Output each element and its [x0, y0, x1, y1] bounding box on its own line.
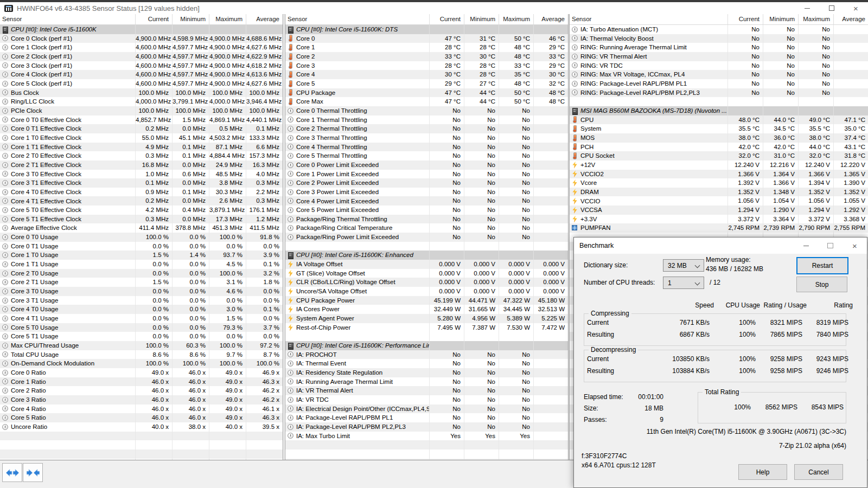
sensor-row[interactable]: IA: Thermal EventNoNoNo — [285, 359, 568, 368]
restore-button[interactable] — [819, 2, 844, 14]
sensor-row[interactable]: Core 1 T1 Usage0.0 %0.0 %4.5 %0.1 % — [0, 260, 283, 269]
sensor-row[interactable]: DRAM1.352 V1.348 V1.352 V1.352 V — [570, 188, 868, 197]
sensor-row[interactable]: VCCIO21.366 V1.364 V1.366 V1.365 V — [570, 170, 868, 179]
sensor-row[interactable]: System Agent Power5.280 W4.956 W5.389 W5… — [285, 314, 568, 323]
sensor-row[interactable]: Core 2 T1 Effective Clock16.8 MHz0.0 MHz… — [0, 160, 283, 170]
sensor-row[interactable]: Core 4 Thermal ThrottlingNoNoNo — [285, 143, 568, 152]
sensor-row[interactable]: Package/Ring Critical TemperatureNoNoNo — [285, 223, 568, 233]
sensor-row[interactable]: Core 2 T0 Effective Clock0.3 MHz0.1 MHz4… — [0, 151, 283, 160]
sensor-row[interactable]: IA: VR Thermal AlertNoNoNo — [285, 386, 568, 395]
sensor-row[interactable]: PCH42.0 °C42.0 °C44.0 °C43.1 °C — [570, 143, 868, 152]
sensor-row[interactable]: Core 2 T0 Usage0.0 %0.0 %100.0 %3.2 % — [0, 269, 283, 278]
sensor-row[interactable]: Core 0 Power Limit ExceededNoNoNo — [285, 160, 568, 170]
help-button[interactable]: Help — [738, 464, 787, 480]
sensor-row[interactable]: Core 233 °C30 °C48 °C33 °C — [285, 52, 568, 61]
sensor-row[interactable]: Core 3 T0 Effective Clock1.0 MHz0.6 MHz4… — [0, 170, 283, 179]
sensor-row[interactable]: Core 0 T1 Usage0.0 %0.0 %0.0 %0.0 % — [0, 242, 283, 251]
restart-button[interactable]: Restart — [796, 257, 848, 274]
section-row[interactable]: CPU [#0]: Intel Core i5-11600K: Performa… — [285, 341, 568, 350]
sensor-row[interactable]: Core 3 Power Limit ExceededNoNoNo — [285, 188, 568, 197]
sensor-row[interactable]: System35.5 °C34.5 °C35.5 °C35.0 °C — [570, 124, 868, 133]
sensor-row[interactable]: PUMPFAN2,745 RPM2,739 RPM2,790 RPM2,755 … — [570, 223, 868, 233]
sensor-row[interactable]: Ring/LLC Clock4,000.0 MHz3,799.1 MHz4,00… — [0, 97, 283, 106]
sensor-row[interactable]: MOS38.0 °C36.0 °C38.0 °C37.4 °C — [570, 133, 868, 143]
sensor-row[interactable]: IA: Package-Level RAPL/PBM PL1NoNoNo — [285, 413, 568, 422]
benchmark-maximize-button[interactable] — [818, 237, 843, 254]
sensor-row[interactable]: Core 4 T1 Effective Clock0.2 MHz0.0 MHz2… — [0, 196, 283, 206]
sensor-row[interactable]: Core Max47 °C44 °C50 °C48 °C — [285, 97, 568, 106]
sensor-row[interactable]: Vcore1.392 V1.366 V1.394 V1.390 V — [570, 178, 868, 188]
sensor-row[interactable]: RING: Running Average Thermal LimitNoNoN… — [570, 43, 868, 52]
stop-button[interactable]: Stop — [796, 277, 847, 292]
sensor-row[interactable]: IA: Turbo Attenuation (MCT)NoNoNo — [570, 25, 868, 34]
benchmark-minimize-button[interactable] — [794, 237, 818, 254]
sensor-row[interactable]: Core 1 T0 Effective Clock55.0 MHz45.1 MH… — [0, 133, 283, 143]
sensor-row[interactable]: Core 0 T1 Effective Clock0.2 MHz0.0 MHz0… — [0, 124, 283, 133]
sensor-row[interactable]: Core 5 T0 Usage0.0 %0.0 %79.3 %3.7 % — [0, 323, 283, 332]
collapse-columns-button[interactable] — [23, 463, 43, 482]
sensor-row[interactable]: Core 128 °C28 °C48 °C29 °C — [285, 43, 568, 52]
sensor-row[interactable]: Core 5 T1 Effective Clock0.3 MHz0.0 MHz1… — [0, 215, 283, 224]
sensor-row[interactable]: Core 4 T1 Usage0.0 %0.0 %1.5 %0.0 % — [0, 314, 283, 323]
sensor-row[interactable]: Core 2 Ratio46.0 x46.0 x49.0 x46.2 x — [0, 386, 283, 395]
titlebar[interactable]: HWiNFO64 v6.43-4385 Sensor Status [129 v… — [0, 2, 868, 15]
sensor-row[interactable]: Core 3 T1 Effective Clock0.1 MHz0.0 MHz3… — [0, 178, 283, 188]
sensor-row[interactable]: RING: Max VR Voltage, ICCmax, PL4NoNoNo — [570, 70, 868, 79]
benchmark-close-button[interactable]: × — [843, 237, 867, 254]
sensor-row[interactable]: Core 4 T0 Effective Clock0.9 MHz0.1 MHz3… — [0, 188, 283, 197]
sensor-row[interactable]: Core 4 Clock (perf #1)4,600.0 MHz4,597.7… — [0, 70, 283, 79]
sensor-row[interactable]: VCCSA1.294 V1.290 V1.294 V1.292 V — [570, 206, 868, 215]
sensor-row[interactable]: Core 0 Clock (perf #1)4,900.0 MHz4,598.9… — [0, 34, 283, 43]
sensor-row[interactable]: IA: Thermal Velocity BoostNoNoNo — [570, 34, 868, 43]
sensor-row[interactable]: Core 328 °C28 °C33 °C29 °C — [285, 61, 568, 70]
sensor-row[interactable]: IA Cores Power32.449 W31.665 W34.445 W32… — [285, 305, 568, 314]
sensor-row[interactable]: Max CPU/Thread Usage100.0 %60.3 %100.0 %… — [0, 341, 283, 350]
sensor-row[interactable]: PCIe Clock100.0 MHz100.0 MHz100.0 MHz100… — [0, 106, 283, 115]
sensor-row[interactable]: Package/Ring Thermal ThrottlingNoNoNo — [285, 215, 568, 224]
sensor-row[interactable]: CLR (CBo/LLC/Ring) Voltage Offset0.000 V… — [285, 278, 568, 287]
sensor-row[interactable]: VCCIO1.056 V1.054 V1.056 V1.055 V — [570, 196, 868, 206]
sensor-row[interactable]: Total CPU Usage8.6 %8.6 %9.7 %8.7 % — [0, 350, 283, 359]
sensor-row[interactable]: Core 5 T1 Usage0.0 %0.0 %0.0 %0.0 % — [0, 332, 283, 341]
sensor-row[interactable]: CPU48.0 °C44.0 °C49.0 °C47.1 °C — [570, 115, 868, 125]
sensor-row[interactable]: Core 5 T0 Effective Clock4.2 MHz0.4 MHz3… — [0, 206, 283, 215]
sensor-row[interactable]: Core 4 T0 Usage0.0 %0.0 %3.0 %0.1 % — [0, 305, 283, 314]
cpu-threads-select[interactable]: 1 — [663, 277, 704, 289]
sensor-row[interactable]: IA: Running Average Thermal LimitNoNoNo — [285, 377, 568, 387]
sensor-row[interactable]: CPU Socket32.0 °C31.0 °C32.0 °C31.8 °C — [570, 151, 868, 160]
sensor-row[interactable]: Core 3 Ratio46.0 x46.0 x49.0 x46.2 x — [0, 395, 283, 404]
sensor-row[interactable]: Core 047 °C31 °C50 °C46 °C — [285, 34, 568, 43]
cancel-button[interactable]: Cancel — [794, 464, 843, 480]
close-button[interactable]: × — [844, 2, 868, 14]
sensor-row[interactable]: RING: Package-Level RAPL/PBM PL1NoNoNo — [570, 79, 868, 88]
expand-columns-button[interactable] — [2, 463, 22, 482]
sensor-row[interactable]: IA: Electrical Design Point/Other (ICCma… — [285, 404, 568, 414]
section-row[interactable]: CPU [#0]: Intel Core i5-11600K — [0, 25, 283, 34]
sensor-row[interactable]: Core 1 Power Limit ExceededNoNoNo — [285, 170, 568, 179]
sensor-row[interactable]: Rest-of-Chip Power7.495 W7.387 W7.530 W7… — [285, 323, 568, 332]
sensor-row[interactable]: Core 4 Power Limit ExceededNoNoNo — [285, 196, 568, 206]
sensor-row[interactable]: Core 3 Clock (perf #1)4,600.0 MHz4,597.7… — [0, 61, 283, 70]
sensor-row[interactable]: On-Demand Clock Modulation100.0 %100.0 %… — [0, 359, 283, 368]
sensor-row[interactable]: Core 2 Clock (perf #1)4,600.0 MHz4,597.7… — [0, 52, 283, 61]
sensor-row[interactable]: Core 1 Clock (perf #1)4,600.0 MHz4,597.7… — [0, 43, 283, 52]
sensor-row[interactable]: GT (Slice) Voltage Offset0.000 V0.000 V0… — [285, 269, 568, 278]
sensor-row[interactable]: Core 4 Ratio46.0 x46.0 x49.0 x46.1 x — [0, 404, 283, 414]
sensor-row[interactable]: CPU Package47 °C44 °C50 °C48 °C — [285, 88, 568, 98]
dictionary-size-select[interactable]: 32 MB — [663, 259, 704, 272]
sensor-row[interactable]: Core 1 Ratio46.0 x46.0 x49.0 x46.3 x — [0, 377, 283, 387]
sensor-row[interactable]: Core 0 Ratio49.0 x46.0 x49.0 x46.9 x — [0, 368, 283, 377]
sensor-row[interactable]: Core 1 T1 Effective Clock4.9 MHz0.1 MHz8… — [0, 143, 283, 152]
sensor-row[interactable]: Bus Clock100.0 MHz100.0 MHz100.0 MHz100.… — [0, 88, 283, 98]
sensor-row[interactable]: Package/Ring Power Limit ExceededNoNoNo — [285, 233, 568, 242]
sensor-row[interactable]: Core 3 T0 Usage0.0 %0.0 %4.6 %0.0 % — [0, 287, 283, 296]
sensor-row[interactable]: Core 1 Thermal ThrottlingNoNoNo — [285, 115, 568, 125]
sensor-row[interactable]: IA: Max Turbo LimitYesYesYes — [285, 432, 568, 441]
sensor-row[interactable]: Core 2 T1 Usage1.5 %0.0 %3.1 %1.8 % — [0, 278, 283, 287]
sensor-row[interactable]: IA: PROCHOTNoNoNo — [285, 350, 568, 359]
sensor-row[interactable]: IA: Residency State RegulationNoNoNo — [285, 368, 568, 377]
sensor-row[interactable]: RING: VR Thermal AlertNoNoNo — [570, 52, 868, 61]
sensor-row[interactable]: Core 5 Power Limit ExceededNoNoNo — [285, 206, 568, 215]
sensor-row[interactable]: Core 0 Thermal ThrottlingNoNoNo — [285, 106, 568, 115]
sensor-row[interactable]: Core 430 °C28 °C35 °C30 °C — [285, 70, 568, 79]
